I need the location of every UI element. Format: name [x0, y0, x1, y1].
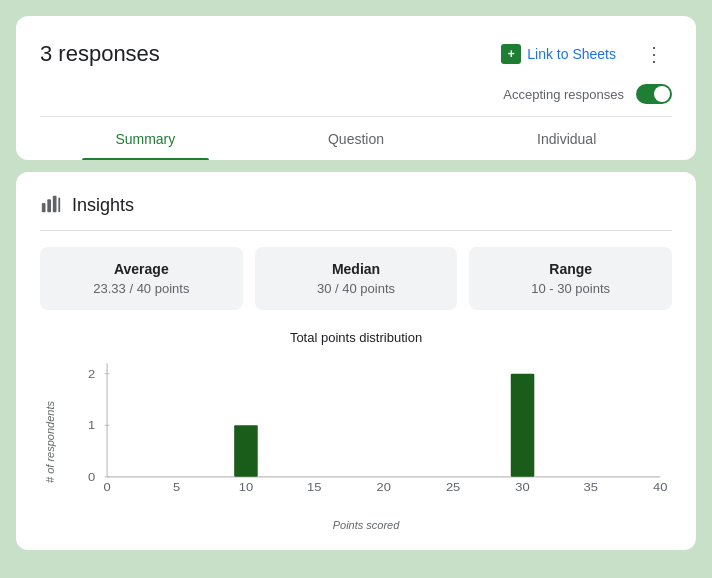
svg-text:20: 20: [376, 482, 391, 495]
chart-area: 0 1 2 0 5 10 15 20 25 30: [60, 353, 672, 531]
toggle-knob: [654, 86, 670, 102]
stats-row: Average 23.33 / 40 points Median 30 / 40…: [40, 247, 672, 310]
insights-card: Insights Average 23.33 / 40 points Media…: [16, 172, 696, 550]
svg-text:2: 2: [88, 368, 95, 381]
chart-svg: 0 1 2 0 5 10 15 20 25 30: [60, 353, 672, 513]
svg-text:15: 15: [307, 482, 322, 495]
svg-text:25: 25: [446, 482, 461, 495]
responses-count: 3 responses: [40, 41, 160, 67]
stat-median-label: Median: [271, 261, 442, 277]
more-icon: ⋮: [644, 42, 664, 66]
svg-text:35: 35: [584, 482, 599, 495]
header-actions: + Link to Sheets ⋮: [489, 36, 672, 72]
stat-range-label: Range: [485, 261, 656, 277]
svg-rect-2: [53, 196, 57, 213]
insights-icon: [40, 192, 62, 218]
chart-title: Total points distribution: [40, 330, 672, 345]
stat-average: Average 23.33 / 40 points: [40, 247, 243, 310]
x-axis-label: Points scored: [60, 519, 672, 531]
bar-30: [511, 374, 535, 477]
y-axis-label: # of respondents: [40, 353, 60, 531]
stat-average-value: 23.33 / 40 points: [56, 281, 227, 296]
stat-range: Range 10 - 30 points: [469, 247, 672, 310]
svg-text:40: 40: [653, 482, 668, 495]
link-to-sheets-label: Link to Sheets: [527, 46, 616, 62]
stat-average-label: Average: [56, 261, 227, 277]
tab-summary[interactable]: Summary: [40, 117, 251, 160]
link-to-sheets-button[interactable]: + Link to Sheets: [489, 38, 628, 70]
tab-individual[interactable]: Individual: [461, 117, 672, 160]
insights-title: Insights: [72, 195, 134, 216]
svg-rect-1: [47, 200, 51, 213]
tabs: Summary Question Individual: [40, 116, 672, 160]
tab-question-label: Question: [328, 131, 384, 147]
accepting-row: Accepting responses: [40, 80, 672, 116]
svg-rect-0: [42, 203, 46, 212]
svg-text:1: 1: [88, 420, 95, 433]
chart-container: # of respondents 0 1 2 0 5: [40, 353, 672, 531]
accepting-label: Accepting responses: [503, 87, 624, 102]
bar-10: [234, 426, 258, 478]
svg-text:5: 5: [173, 482, 180, 495]
tab-summary-label: Summary: [115, 131, 175, 147]
stat-range-value: 10 - 30 points: [485, 281, 656, 296]
tab-question[interactable]: Question: [251, 117, 462, 160]
svg-text:0: 0: [88, 471, 95, 484]
svg-rect-3: [58, 198, 60, 213]
top-card: 3 responses + Link to Sheets ⋮ Accepting…: [16, 16, 696, 160]
more-options-button[interactable]: ⋮: [636, 36, 672, 72]
sheets-icon: +: [501, 44, 521, 64]
tab-individual-label: Individual: [537, 131, 596, 147]
stat-median: Median 30 / 40 points: [255, 247, 458, 310]
insights-header: Insights: [40, 192, 672, 231]
accepting-toggle[interactable]: [636, 84, 672, 104]
svg-text:10: 10: [239, 482, 254, 495]
svg-text:30: 30: [515, 482, 530, 495]
top-header: 3 responses + Link to Sheets ⋮: [40, 36, 672, 72]
svg-text:0: 0: [103, 482, 110, 495]
stat-median-value: 30 / 40 points: [271, 281, 442, 296]
